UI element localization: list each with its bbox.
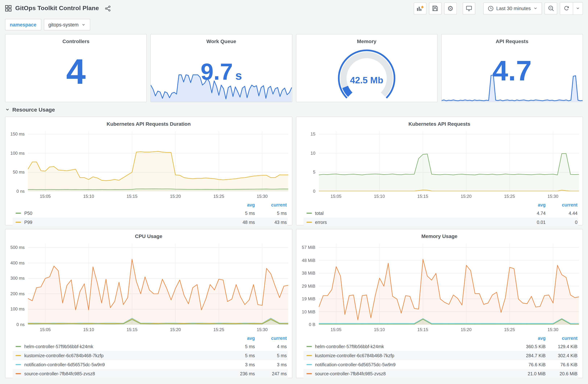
legend-item[interactable]: notification-controller-6d56575dc-5w9n97…: [303, 360, 578, 369]
legend-avg-header[interactable]: avg: [514, 203, 546, 208]
legend-current-header[interactable]: current: [546, 203, 577, 208]
legend-item[interactable]: kustomize-controller-6c6784b468-7kzfp5 m…: [13, 351, 288, 360]
legend-avg-header[interactable]: avg: [514, 336, 546, 341]
charts-row-1: Kubernetes API Requests Duration 0 ns50 …: [0, 115, 588, 227]
series-color-dash: [16, 222, 21, 223]
top-bar: GitOps Toolkit Control Plane ⚙ L: [0, 0, 588, 17]
x-axis-tick: 15:10: [83, 194, 94, 199]
share-icon[interactable]: [105, 5, 111, 11]
y-axis-tick: 29 MiB: [302, 283, 315, 289]
y-axis-tick: 0 ns: [17, 189, 25, 194]
series-current-value: 4 ms: [255, 344, 287, 349]
series-avg-value: 5 ms: [223, 344, 255, 349]
panel-k8s-api-requests: Kubernetes API Requests 051015 15:0515:1…: [296, 117, 583, 225]
x-axis-tick: 15:25: [504, 194, 515, 199]
series-color-dash: [16, 355, 21, 356]
tv-cycle-view-button[interactable]: [462, 2, 475, 14]
refresh-button[interactable]: [560, 2, 573, 14]
panel-memory: Memory 42.5 Mb: [296, 34, 438, 102]
series-avg-value: 4.74: [514, 211, 546, 216]
series-current-value: 5 ms: [255, 211, 287, 216]
save-dashboard-button[interactable]: [429, 2, 441, 14]
x-axis-tick: 15:20: [170, 194, 181, 199]
series-name: notification-controller-6d56575dc-5w9n9: [24, 362, 223, 367]
panel-title[interactable]: Memory: [299, 38, 434, 45]
x-axis-tick: 15:20: [461, 194, 472, 199]
series-avg-value: 284.7 KiB: [514, 353, 546, 358]
variable-value-dropdown[interactable]: gitops-system: [44, 19, 90, 30]
panel-title[interactable]: Memory Usage: [299, 233, 580, 240]
series-name: P99: [24, 220, 223, 225]
series-current-value: 76.6 KiB: [546, 362, 577, 367]
legend-item[interactable]: P505 ms5 ms: [13, 209, 288, 218]
stat-value: 4.7: [442, 57, 583, 85]
series-name: kustomize-controller-6c6784b468-7kzfp: [24, 353, 223, 358]
time-range-label: Last 30 minutes: [496, 6, 531, 11]
panel-controllers: Controllers 4: [5, 34, 147, 102]
refresh-interval-chevron[interactable]: [573, 2, 583, 14]
clock-icon: [487, 5, 494, 11]
series-name: helm-controller-57f9b56bbf-k24mk: [24, 344, 223, 349]
y-axis-tick: 0: [313, 189, 315, 194]
chevron-down-icon: [82, 23, 85, 27]
charts-row-2: CPU Usage 0 ns100 ms200 ms300 ms400 ms50…: [0, 227, 588, 380]
legend-item[interactable]: helm-controller-57f9b56bbf-k24mk360.5 Ki…: [303, 342, 578, 351]
legend-item[interactable]: kustomize-controller-6c6784b468-7kzfp284…: [303, 351, 578, 360]
panel-k8s-api-requests-duration: Kubernetes API Requests Duration 0 ns50 …: [5, 117, 292, 225]
legend-avg-header[interactable]: avg: [223, 203, 255, 208]
legend-item[interactable]: notification-controller-6d56575dc-5w9n93…: [13, 360, 288, 369]
zoom-out-button[interactable]: [545, 2, 557, 14]
panel-title[interactable]: CPU Usage: [8, 233, 289, 240]
chevron-down-icon: [5, 107, 10, 112]
settings-gear-icon[interactable]: ⚙: [444, 2, 457, 14]
gauge: [296, 45, 437, 100]
series-avg-value: 360.5 KiB: [514, 344, 546, 349]
add-panel-button[interactable]: [414, 2, 426, 14]
series-color-dash: [306, 373, 312, 374]
series-name: source-controller-7fb84fc985-zvsz8: [315, 371, 514, 376]
panel-title[interactable]: API Requests: [444, 38, 580, 45]
legend-item[interactable]: errors0.010: [303, 218, 578, 227]
series-avg-value: 5 ms: [223, 353, 255, 358]
legend-item[interactable]: helm-controller-57f9b56bbf-k24mk5 ms4 ms: [13, 342, 288, 351]
x-axis-tick: 15:30: [257, 194, 268, 199]
legend-item[interactable]: source-controller-7fb84fc985-zvsz8236 ms…: [13, 369, 288, 378]
panel-title[interactable]: Kubernetes API Requests: [299, 120, 580, 128]
panel-memory-usage: Memory Usage 0 B10 MiB19 MiB29 MiB38 MiB…: [296, 229, 583, 378]
series-name: errors: [315, 220, 514, 225]
series-name: kustomize-controller-6c6784b468-7kzfp: [315, 353, 514, 358]
legend-current-header[interactable]: current: [255, 203, 287, 208]
series-name: source-controller-7fb84fc985-zvsz8: [24, 371, 223, 376]
dashboard-title: GitOps Toolkit Control Plane: [15, 5, 99, 12]
dashboards-grid-icon[interactable]: [5, 5, 12, 12]
row-title: Resource Usage: [12, 107, 55, 113]
panel-title[interactable]: Work Queue: [154, 38, 289, 45]
x-axis-tick: 15:25: [213, 194, 224, 199]
row-resource-usage-toggle[interactable]: Resource Usage: [0, 102, 588, 115]
chevron-down-icon: [533, 6, 538, 11]
legend-current-header[interactable]: current: [546, 336, 577, 341]
panel-title[interactable]: Kubernetes API Requests Duration: [8, 120, 289, 128]
series-name: P50: [24, 211, 223, 216]
series-avg-value: 236 ms: [223, 371, 255, 376]
legend-item[interactable]: source-controller-7fb84fc985-zvsz821.0 M…: [303, 369, 578, 378]
legend-item[interactable]: total4.744.44: [303, 209, 578, 218]
series-color-dash: [306, 355, 312, 356]
x-axis-tick: 15:15: [127, 327, 138, 332]
y-axis-tick: 38 MiB: [302, 271, 315, 276]
legend: avgcurrent helm-controller-57f9b56bbf-k2…: [13, 336, 288, 378]
series-color-dash: [16, 373, 21, 374]
x-axis-tick: 15:20: [461, 327, 472, 332]
x-axis-tick: 15:25: [213, 327, 224, 332]
legend-current-header[interactable]: current: [255, 336, 287, 341]
x-axis-tick: 15:10: [374, 327, 385, 332]
y-axis-tick: 100 ms: [10, 307, 25, 312]
legend-item[interactable]: P9948 ms43 ms: [13, 218, 288, 227]
y-axis-tick: 150 ms: [10, 132, 25, 137]
panel-title[interactable]: Controllers: [8, 38, 144, 45]
y-axis-tick: 19 MiB: [302, 296, 315, 301]
legend-avg-header[interactable]: avg: [223, 336, 255, 341]
time-range-picker[interactable]: Last 30 minutes: [483, 2, 542, 14]
x-axis-tick: 15:10: [83, 327, 94, 332]
x-axis-tick: 15:30: [257, 327, 268, 332]
